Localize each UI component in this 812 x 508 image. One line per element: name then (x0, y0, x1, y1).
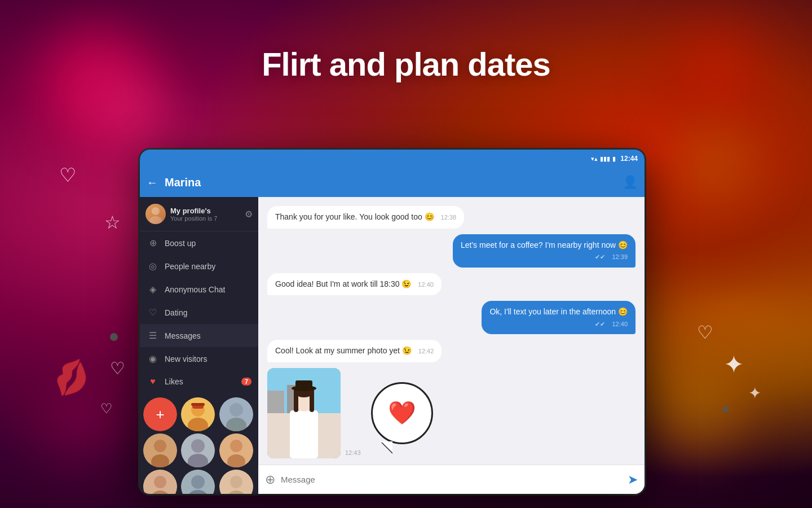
tablet-device: ▾▴ ▮▮▮ ▮ 12:44 ← Marina 👤 My profile's Y… (140, 150, 645, 494)
chat-area: Thank you for your like. You look good t… (258, 197, 645, 494)
svg-point-0 (152, 207, 160, 215)
message-time-2: 12:39 (612, 253, 628, 261)
sidebar-item-label-boost: Boost up (165, 239, 251, 248)
heart-speech-bubble: ❤️ (365, 368, 439, 458)
photo-svg (267, 368, 341, 458)
user-avatar-svg-8 (219, 470, 253, 494)
profile-icon[interactable]: 👤 (623, 175, 638, 190)
user-avatar-svg-1 (181, 397, 215, 431)
sidebar-item-label-anon-chat: Anonymous Chat (165, 285, 251, 294)
add-attachment-button[interactable]: ⊕ (265, 472, 275, 487)
sidebar-item-label-messages: Messages (165, 331, 251, 340)
nav-bar: ← Marina 👤 (140, 168, 645, 197)
svg-point-23 (191, 475, 205, 489)
status-bar: ▾▴ ▮▮▮ ▮ 12:44 (140, 150, 645, 168)
user-thumb-add[interactable]: + (143, 397, 177, 431)
svg-point-11 (154, 440, 166, 452)
add-user-button[interactable]: + (143, 397, 177, 431)
user-avatar-svg-2 (219, 397, 253, 431)
user-avatar-3 (143, 433, 177, 467)
user-avatar-svg-6 (143, 470, 177, 494)
message-bubble-2: Let's meet for a coffee? I'm nearby righ… (453, 234, 636, 268)
message-row-2: Let's meet for a coffee? I'm nearby righ… (267, 234, 636, 268)
svg-point-1 (149, 216, 162, 224)
avatar-svg (145, 204, 166, 224)
user-avatar-8 (219, 470, 253, 494)
sidebar-item-visitors[interactable]: ◉ New visitors (140, 347, 258, 370)
svg-point-26 (230, 476, 242, 488)
nav-title: Marina (165, 176, 616, 189)
sidebar-profile[interactable]: My profile's Your position is 7 ⚙ (140, 197, 258, 231)
chat-messages: Thank you for your like. You look good t… (258, 197, 645, 465)
sidebar-users-grid: + (140, 393, 258, 494)
user-thumb-8[interactable] (219, 470, 253, 494)
back-button[interactable]: ← (147, 176, 158, 189)
svg-point-17 (230, 440, 242, 452)
svg-point-14 (191, 439, 205, 453)
sidebar-item-messages[interactable]: ☰ Messages (140, 324, 258, 347)
sidebar-item-dating[interactable]: ♡ Dating (140, 301, 258, 324)
page-title: Flirt and plan dates (0, 45, 812, 83)
user-thumb-5[interactable] (219, 433, 253, 467)
user-avatar-7 (181, 470, 215, 494)
user-thumb-4[interactable] (181, 433, 215, 467)
user-avatar-svg-3 (143, 433, 177, 467)
user-avatar-2 (219, 397, 253, 431)
sidebar-item-label-likes: Likes (165, 377, 236, 386)
message-time-1: 12:38 (441, 214, 457, 221)
user-avatar-svg-4 (181, 433, 215, 467)
sidebar-profile-info: My profile's Your position is 7 (170, 207, 240, 222)
wifi-icon: ▾▴ (591, 155, 598, 163)
nearby-icon: ◎ (147, 261, 159, 271)
user-avatar-svg-5 (219, 433, 253, 467)
message-row-5: Cool! Look at my summer photo yet 😉 12:4… (267, 340, 636, 362)
message-text-1: Thank you for your like. You look good t… (275, 212, 434, 221)
user-avatar-5 (219, 433, 253, 467)
svg-rect-6 (191, 403, 205, 406)
sidebar-item-boost[interactable]: ⊕ Boost up (140, 231, 258, 255)
message-bubble-3: Good idea! But I'm at work till 18:30 😉 … (267, 273, 442, 296)
message-row-3: Good idea! But I'm at work till 18:30 😉 … (267, 273, 636, 296)
user-avatar-svg-7 (181, 470, 215, 494)
svg-point-8 (230, 403, 243, 417)
svg-rect-37 (294, 389, 298, 412)
message-meta-2: ✔✔ 12:39 (461, 253, 628, 261)
heart-emoji: ❤️ (388, 400, 416, 426)
speech-bubble-shape: ❤️ (371, 382, 433, 444)
user-thumb-6[interactable] (143, 470, 177, 494)
message-text-2: Let's meet for a coffee? I'm nearby righ… (461, 240, 628, 249)
user-avatar-4 (181, 433, 215, 467)
sidebar-item-anon-chat[interactable]: ◈ Anonymous Chat (140, 278, 258, 301)
message-text-3: Good idea! But I'm at work till 18:30 😉 (275, 279, 411, 288)
user-thumb-2[interactable] (219, 397, 253, 431)
user-thumb-3[interactable] (143, 433, 177, 467)
message-time-4: 12:40 (612, 320, 628, 329)
message-bubble-4: Ok, I'll text you later in the afternoon… (482, 301, 636, 334)
svg-rect-40 (295, 380, 312, 389)
svg-rect-38 (310, 389, 314, 412)
sidebar-item-nearby[interactable]: ◎ People nearby (140, 255, 258, 278)
svg-rect-34 (290, 410, 318, 458)
message-bubble-1: Thank you for your like. You look good t… (267, 206, 464, 229)
message-row-1: Thank you for your like. You look good t… (267, 206, 636, 229)
likes-badge: 7 (241, 378, 251, 386)
signal-icon: ▮▮▮ (600, 155, 610, 163)
message-input[interactable] (281, 475, 622, 484)
user-thumb-7[interactable] (181, 470, 215, 494)
message-row-4: Ok, I'll text you later in the afternoon… (267, 301, 636, 334)
sidebar-item-label-visitors: New visitors (165, 354, 251, 364)
settings-icon[interactable]: ⚙ (245, 209, 253, 220)
photo-time: 12:43 (345, 449, 361, 458)
chat-input-bar: ⊕ ➤ (258, 465, 645, 494)
send-button[interactable]: ➤ (628, 472, 638, 487)
sidebar-profile-subtitle: Your position is 7 (170, 215, 240, 222)
message-time-5: 12:42 (418, 348, 434, 354)
user-thumb-1[interactable] (181, 397, 215, 431)
time-display: 12:44 (620, 155, 638, 163)
user-avatar-6 (143, 470, 177, 494)
sidebar-profile-name: My profile's (170, 207, 240, 215)
dating-icon: ♡ (147, 307, 159, 318)
battery-icon: ▮ (612, 155, 616, 163)
sidebar-item-likes[interactable]: ♥ Likes 7 (140, 370, 258, 393)
boost-icon: ⊕ (147, 238, 159, 248)
